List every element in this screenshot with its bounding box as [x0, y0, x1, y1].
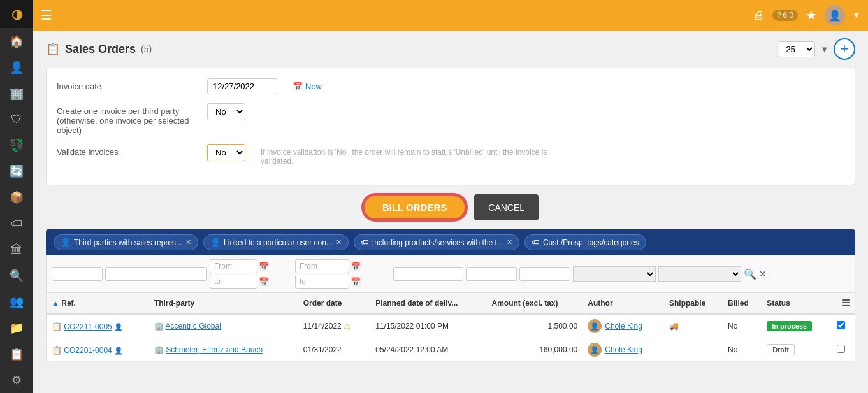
- page-controls: 25 50 100 ▼ +: [779, 38, 855, 60]
- col-order-date[interactable]: Order date: [298, 293, 371, 314]
- order-date-to-input[interactable]: [210, 275, 257, 289]
- sidebar-item-orders[interactable]: 📦: [4, 186, 29, 210]
- third-party-row: Create one invoice per third party (othe…: [57, 103, 844, 135]
- now-link[interactable]: 📅 Now: [293, 78, 322, 91]
- page-count: (5): [141, 44, 152, 54]
- third-party-select[interactable]: No Yes: [207, 103, 245, 120]
- planned-date-to-cal[interactable]: 📅: [351, 277, 361, 287]
- order-date-from-input[interactable]: [210, 259, 257, 273]
- sidebar-item-reports[interactable]: 📋: [4, 342, 29, 366]
- sidebar-item-settings[interactable]: ⚙: [4, 368, 29, 392]
- column-settings-icon[interactable]: ☰: [841, 297, 850, 308]
- validate-select[interactable]: No Yes: [207, 144, 245, 161]
- sidebar-logo[interactable]: ◑: [0, 0, 33, 28]
- col-third-party[interactable]: Third-party: [149, 293, 298, 314]
- sidebar-item-security[interactable]: 🛡: [4, 108, 29, 131]
- amount-filter-input[interactable]: [393, 267, 463, 281]
- filter-close-2[interactable]: ✕: [336, 238, 342, 247]
- cancel-button[interactable]: CANCEL: [474, 194, 539, 220]
- version-badge: ? 6.0: [772, 10, 798, 21]
- invoice-date-input[interactable]: [207, 78, 277, 94]
- col-shippable[interactable]: Shippable: [664, 293, 723, 314]
- row-doc-icon-1: 📋: [52, 345, 62, 355]
- shippable-filter-input[interactable]: [519, 267, 570, 281]
- print-icon[interactable]: 🖨: [753, 9, 765, 22]
- cell-checkbox-0[interactable]: [832, 314, 855, 338]
- filter-tag-user-con[interactable]: 👤 Linked to a particular user con... ✕: [203, 234, 349, 250]
- col-ref[interactable]: ▲ Ref.: [47, 293, 149, 314]
- per-page-chevron[interactable]: ▼: [820, 45, 828, 54]
- sidebar-item-files[interactable]: 📁: [4, 316, 29, 339]
- logo-icon: ◑: [11, 6, 22, 22]
- filter-close-1[interactable]: ✕: [185, 238, 191, 247]
- filter-label-2: Linked to a particular user con...: [224, 238, 333, 247]
- sidebar-item-finance[interactable]: 💱: [4, 134, 29, 157]
- third-party-filter-input[interactable]: [105, 267, 207, 281]
- bill-orders-button[interactable]: BILL ORDERS: [363, 194, 467, 220]
- planned-date-from-cal[interactable]: 📅: [351, 262, 361, 271]
- user-avatar[interactable]: 👤: [825, 5, 845, 25]
- col-author[interactable]: Author: [582, 293, 664, 314]
- sidebar-item-tags[interactable]: 🏷: [4, 212, 29, 236]
- cell-checkbox-1[interactable]: [832, 338, 855, 362]
- filter-tag-third-parties[interactable]: 👤 Third parties with sales repres... ✕: [54, 234, 198, 250]
- cell-billed-1: No: [723, 338, 762, 362]
- add-button[interactable]: +: [834, 38, 855, 60]
- col-settings: ☰: [832, 293, 855, 314]
- col-amount[interactable]: Amount (excl. tax): [487, 293, 583, 314]
- validate-row: Validate invoices No Yes If invoice vali…: [57, 144, 844, 166]
- sidebar-item-workflow[interactable]: 🔄: [4, 160, 29, 183]
- cell-shippable-1: [664, 338, 723, 362]
- dialog-box: Invoice date 📅 Now Create one invoice pe…: [46, 68, 855, 185]
- cell-status-0: In process: [762, 314, 831, 338]
- sidebar-item-search[interactable]: 🔍: [4, 264, 29, 287]
- col-billed[interactable]: Billed: [723, 293, 762, 314]
- col-planned-date[interactable]: Planned date of deliv...: [370, 293, 486, 314]
- order-date-filter-group: 📅 📅: [210, 259, 293, 289]
- author-link-0[interactable]: Chole King: [605, 322, 642, 331]
- sidebar-item-bank[interactable]: 🏛: [4, 238, 29, 262]
- author-avatar-1: 👤: [588, 343, 602, 357]
- star-icon[interactable]: ★: [806, 8, 817, 23]
- row-checkbox-0[interactable]: [837, 321, 845, 329]
- shippable-icon-0: 🚚: [669, 322, 679, 331]
- sidebar-item-home[interactable]: 🏠: [4, 29, 29, 53]
- col-status[interactable]: Status: [762, 293, 831, 314]
- status-filter-select[interactable]: [573, 266, 656, 282]
- page-icon: 📋: [46, 42, 60, 56]
- hamburger-menu[interactable]: ☰: [41, 8, 52, 23]
- help-icon[interactable]: ?: [777, 11, 781, 20]
- cell-order-date-1: 01/31/2022: [298, 338, 371, 362]
- row-checkbox-1[interactable]: [837, 345, 845, 353]
- planned-date-to-input[interactable]: [295, 275, 349, 289]
- author-link-1[interactable]: Chole King: [605, 345, 642, 354]
- sidebar-item-contacts[interactable]: 👤: [4, 55, 29, 79]
- filter-user-icon-1: 👤: [61, 238, 71, 247]
- third-party-link-1[interactable]: Schmeler, Effertz and Bauch: [166, 345, 263, 354]
- validate-hint: If invoice validation is 'No', the order…: [261, 144, 579, 166]
- ref-filter-input[interactable]: [52, 267, 103, 281]
- page-title-area: 📋 Sales Orders (5): [46, 42, 152, 56]
- sidebar-item-companies[interactable]: 🏢: [4, 82, 29, 105]
- status2-filter-select[interactable]: [658, 266, 741, 282]
- filter-clear-button[interactable]: ✕: [759, 269, 767, 279]
- order-date-to-cal[interactable]: 📅: [259, 277, 269, 287]
- table-row: 📋 CO2201-0004 👤 🏢 Schmeler, Effertz and …: [47, 338, 855, 362]
- filter-close-3[interactable]: ✕: [507, 238, 512, 247]
- ref-link-0[interactable]: CO2211-0005: [64, 322, 112, 331]
- filter-tag-products[interactable]: 🏷 Including products/services with the t…: [354, 234, 519, 250]
- author-filter-input[interactable]: [466, 267, 517, 281]
- planned-date-from-input[interactable]: [295, 259, 349, 273]
- ref-link-1[interactable]: CO2201-0004: [64, 346, 112, 355]
- per-page-select[interactable]: 25 50 100: [779, 41, 815, 57]
- filter-search-button[interactable]: 🔍: [744, 268, 756, 280]
- cell-ref-1: 📋 CO2201-0004 👤: [47, 338, 149, 362]
- order-date-from-cal[interactable]: 📅: [259, 262, 269, 271]
- warn-icon-0: ⚠: [344, 322, 351, 331]
- cell-order-date-0: 11/14/2022 ⚠: [298, 314, 371, 338]
- sidebar-item-users[interactable]: 👥: [4, 290, 29, 313]
- third-party-link-0[interactable]: Accentric Global: [166, 322, 221, 331]
- topbar-right: 🖨 ? 6.0 ★ 👤 ▼: [753, 5, 860, 25]
- filter-tag-categories[interactable]: 🏷 Cust./Prosp. tags/categories: [524, 234, 646, 250]
- avatar-chevron[interactable]: ▼: [853, 11, 860, 20]
